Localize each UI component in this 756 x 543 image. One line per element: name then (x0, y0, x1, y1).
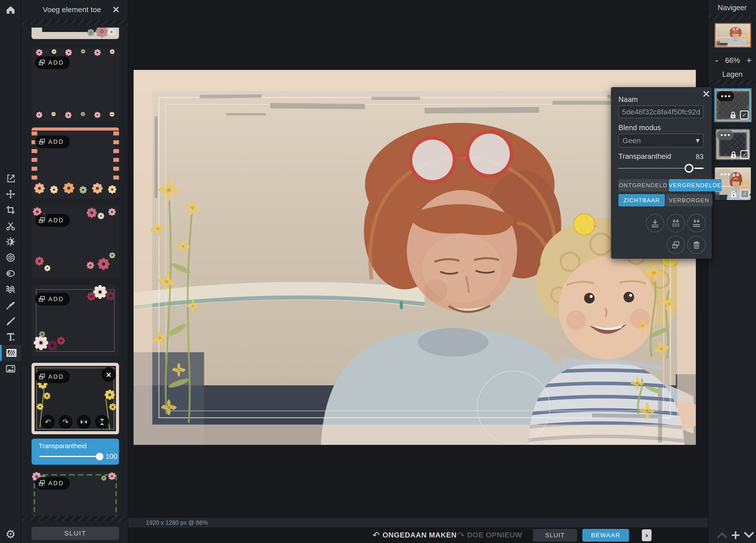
lock-option-selected[interactable]: VERGRENDELDE (669, 179, 722, 191)
undo-icon: ↶ (372, 531, 380, 539)
properties-close-icon[interactable]: × (702, 88, 711, 99)
trash-icon (692, 240, 701, 250)
layer-scroll-down-button[interactable] (743, 531, 755, 540)
element-transparency-value: 100 (106, 452, 117, 461)
move-down-one-button[interactable] (646, 214, 664, 232)
copy-icon (39, 296, 45, 303)
chevron-down-icon: ▼ (696, 138, 700, 143)
element-item-lace-rose-partial[interactable] (32, 28, 119, 39)
copy-icon (39, 373, 45, 380)
tool-text[interactable] (0, 329, 21, 345)
element-item-scattered-roses[interactable]: ADD (32, 206, 119, 278)
layer-item-frame-overlay[interactable]: ✓ (714, 88, 752, 122)
blend-mode-select[interactable]: Geen ▼ (618, 134, 704, 147)
waves-icon (6, 284, 16, 295)
rose (108, 472, 116, 480)
scissors-icon (6, 221, 16, 231)
tool-frame-overlay[interactable] (0, 345, 21, 361)
effects-icon (6, 252, 16, 263)
element-item-yellow-wildflower-selected[interactable]: ADD × ↶ ↷ (32, 363, 119, 434)
zoom-out-button[interactable]: - (715, 54, 718, 66)
image-icon (6, 364, 16, 374)
elements-panel: Voeg element toe × ADD ADD (21, 0, 128, 543)
add-button[interactable]: ADD (35, 214, 70, 227)
layer-menu-button[interactable] (717, 169, 734, 179)
home-button[interactable] (0, 0, 21, 19)
tool-texture[interactable] (0, 282, 21, 297)
slider-track-right (694, 168, 704, 169)
add-button[interactable]: ADD (35, 135, 70, 148)
zoom-in-button[interactable]: + (746, 55, 752, 66)
lock-icon[interactable] (730, 190, 737, 198)
layer-item-grunge-frame[interactable]: ✓ (714, 127, 752, 161)
element-transparency-knob[interactable] (96, 453, 103, 460)
flip-horizontal-button[interactable] (77, 415, 91, 429)
tool-crop[interactable] (0, 202, 21, 218)
tool-transform[interactable] (0, 186, 21, 202)
layer-scroll-up-button[interactable] (716, 531, 728, 540)
elements-panel-title: Voeg element toe (34, 5, 109, 14)
bewaar-button[interactable]: BEWAAR (582, 529, 629, 542)
rotate-left-icon: ↶ (45, 418, 51, 426)
element-item-green-vine[interactable]: ADD (32, 472, 119, 516)
element-item-coral-striped[interactable]: ADD (32, 127, 119, 199)
visibility-checkbox[interactable]: ✓ (740, 189, 749, 198)
move-to-bottom-button[interactable] (687, 214, 706, 232)
element-item-burgundy-floral[interactable]: ADD (32, 285, 119, 356)
left-toolbar: ⚙ (0, 0, 21, 543)
duplicate-layer-button[interactable] (667, 235, 685, 254)
tool-export[interactable] (0, 170, 21, 186)
lock-icon[interactable] (729, 111, 737, 119)
element-transparency-panel: Transparantheid 100 (32, 439, 119, 465)
elements-panel-close-icon[interactable]: × (112, 4, 120, 15)
add-button[interactable]: ADD (35, 370, 70, 383)
panel-toggle-button[interactable]: › (642, 529, 652, 541)
tool-vignette[interactable] (0, 265, 21, 282)
element-item-floral-garland[interactable]: ADD (32, 48, 119, 121)
gear-icon: ⚙ (6, 528, 16, 541)
tool-adjust[interactable] (0, 234, 21, 250)
frame-overlay-icon (6, 348, 17, 358)
redo-button[interactable]: ↷ DOE OPNIEUW (457, 531, 522, 539)
add-button[interactable]: ADD (35, 56, 70, 69)
settings-button[interactable]: ⚙ (0, 526, 21, 542)
element-transparency-track[interactable] (39, 456, 99, 457)
visibility-checkbox[interactable]: ✓ (740, 110, 749, 119)
rotate-left-button[interactable]: ↶ (41, 415, 55, 429)
vine-left (34, 476, 35, 516)
add-layer-button[interactable]: + (730, 528, 741, 542)
tool-cut[interactable] (0, 218, 21, 234)
rotate-right-button[interactable]: ↷ (58, 415, 73, 429)
bottom-sluit-button[interactable]: SLUIT (533, 529, 577, 542)
lock-icon[interactable] (730, 151, 737, 159)
tool-effects[interactable] (0, 250, 21, 265)
layer-menu-button[interactable] (717, 91, 734, 101)
visible-option-selected[interactable]: ZICHTBAAR (618, 194, 665, 206)
tool-image[interactable] (0, 361, 21, 377)
hidden-option[interactable]: VERBORGEN (666, 194, 712, 206)
tool-paint-brush[interactable] (0, 313, 21, 329)
navigator-thumbnail[interactable] (715, 23, 751, 48)
zoom-level[interactable]: 66% (722, 56, 744, 65)
add-button[interactable]: ADD (35, 293, 70, 306)
remove-element-button[interactable]: × (101, 367, 116, 382)
move-down-multi-button[interactable] (667, 214, 685, 232)
elements-panel-sluit-button[interactable]: SLUIT (32, 527, 119, 540)
undo-button[interactable]: ↶ ONGEDAAN MAKEN (372, 531, 457, 539)
canvas-size-status: 1920 x 1280 px @ 66% (146, 519, 208, 526)
slider-knob[interactable] (685, 164, 693, 173)
unlock-option[interactable]: ONTGRENDELD (618, 179, 668, 191)
flip-vertical-button[interactable] (95, 415, 109, 429)
transparency-label: Transparantheid (618, 152, 671, 160)
panel-toggle-arrow-icon: › (645, 531, 648, 540)
transparency-slider[interactable] (618, 164, 704, 173)
delete-layer-button[interactable] (687, 235, 706, 254)
dot (728, 134, 730, 136)
rose (87, 208, 97, 218)
visibility-checkbox[interactable]: ✓ (740, 150, 749, 159)
layer-menu-button[interactable] (717, 130, 734, 140)
tool-makeup-brush[interactable] (0, 297, 21, 313)
leaf (39, 331, 45, 337)
add-button[interactable]: ADD (35, 477, 70, 490)
layer-name-input[interactable] (618, 105, 704, 118)
